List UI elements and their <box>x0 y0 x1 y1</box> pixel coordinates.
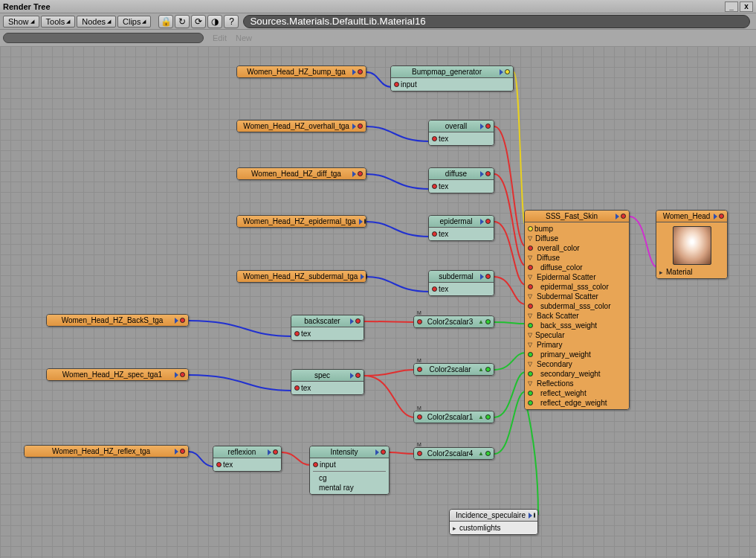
in-port-secondary-weight[interactable] <box>528 371 533 376</box>
out-port[interactable] <box>358 171 363 176</box>
close-button[interactable]: x <box>740 1 753 12</box>
node-color2scalar[interactable]: M Color2scalar▲ <box>413 363 494 376</box>
collapse-icon[interactable]: ▽ <box>528 255 532 261</box>
menu-clips[interactable]: Clips◢ <box>117 16 151 28</box>
in-port[interactable] <box>417 414 422 420</box>
in-port-reflect-weight[interactable] <box>528 391 533 396</box>
edit-button[interactable]: Edit <box>208 33 231 43</box>
node-color2scalar3[interactable]: M Color2scalar3▲ <box>413 315 494 328</box>
sphere-icon[interactable]: ◑ <box>207 15 222 28</box>
collapse-icon[interactable]: ▽ <box>528 381 532 387</box>
in-port-epidermal-sss-color[interactable] <box>528 284 533 289</box>
node-tex-subdermal[interactable]: Women_Head_HZ_subdermal_tga <box>236 270 366 283</box>
out-port[interactable] <box>381 449 386 455</box>
in-port-subdermal-sss-color[interactable] <box>528 304 533 309</box>
in-port[interactable] <box>417 319 422 324</box>
in-port[interactable] <box>216 462 222 467</box>
node-backscater[interactable]: backscater tex <box>291 315 364 341</box>
in-port-reflect-edge-weight[interactable] <box>528 400 533 405</box>
in-port-back-sss-weight[interactable] <box>528 323 533 328</box>
out-port[interactable] <box>505 69 510 74</box>
out-port[interactable] <box>364 219 366 224</box>
node-tex-backs[interactable]: Women_Head_HZ_BackS_tga <box>46 314 189 327</box>
in-port-bump[interactable] <box>528 226 533 231</box>
node-material[interactable]: Women_Head ▸Material <box>656 210 728 279</box>
node-graph-canvas[interactable]: Women_Head_HZ_bump_tga Women_Head_HZ_ove… <box>0 46 756 558</box>
node-color2scalar4[interactable]: M Color2scalar4▲ <box>413 447 494 460</box>
minimize-button[interactable]: _ <box>725 1 738 12</box>
recycle-icon[interactable]: ⟳ <box>191 15 206 28</box>
node-color2scalar1[interactable]: M Color2scalar1▲ <box>413 411 494 423</box>
node-tex-epidermal[interactable]: Women_Head_HZ_epidermal_tga <box>236 215 366 228</box>
node-epidermal[interactable]: epidermal tex <box>428 215 494 241</box>
out-port[interactable] <box>180 449 185 454</box>
node-bumpmap-generator[interactable]: Bumpmap_generator input <box>390 65 514 92</box>
out-port[interactable] <box>534 513 535 518</box>
node-tex-diff[interactable]: Women_Head_HZ_diff_tga <box>236 167 366 180</box>
in-port[interactable] <box>432 184 437 189</box>
node-tex-overhall[interactable]: Women_Head_HZ_overhall_tga <box>236 120 366 132</box>
in-port[interactable] <box>313 462 318 467</box>
node-reflexion[interactable]: reflexion tex <box>213 446 282 472</box>
node-diffuse[interactable]: diffuse tex <box>428 167 494 193</box>
in-port-primary-weight[interactable] <box>528 352 533 357</box>
collapse-icon[interactable]: ▽ <box>528 333 532 339</box>
in-port[interactable] <box>294 331 300 336</box>
node-tex-bump[interactable]: Women_Head_HZ_bump_tga <box>236 65 366 78</box>
out-port[interactable] <box>485 124 491 129</box>
in-port[interactable] <box>432 231 437 237</box>
collapse-icon[interactable]: ▽ <box>528 362 532 368</box>
in-port-overall-color[interactable] <box>528 246 533 251</box>
collapse-icon[interactable]: ▽ <box>528 342 532 348</box>
node-incidence-speculaire[interactable]: Incidence_speculaire ▸customlights <box>449 509 538 535</box>
node-spec[interactable]: spec tex <box>291 369 364 395</box>
node-tex-reflex[interactable]: Women_Head_HZ_reflex_tga <box>24 445 189 458</box>
node-tex-spec[interactable]: Women_Head_HZ_spec_tga1 <box>46 368 189 381</box>
out-port[interactable] <box>355 318 361 324</box>
lock-icon[interactable]: 🔒 <box>158 15 173 28</box>
collapse-icon[interactable]: ▽ <box>528 313 532 319</box>
collapse-icon[interactable]: ▽ <box>528 275 532 280</box>
help-icon[interactable]: ? <box>224 15 239 28</box>
out-port[interactable] <box>358 69 363 74</box>
m-marker: M <box>417 358 421 363</box>
in-port[interactable] <box>432 286 437 292</box>
in-port[interactable] <box>394 82 399 87</box>
out-port[interactable] <box>355 373 361 378</box>
in-port-diffuse-color[interactable] <box>528 265 533 270</box>
path-field[interactable] <box>243 15 750 28</box>
in-port[interactable] <box>417 451 422 456</box>
node-sss-fast-skin[interactable]: SSS_Fast_Skin bump ▽Diffuse overall_colo… <box>524 210 630 410</box>
new-button[interactable]: New <box>231 33 256 43</box>
collapse-icon[interactable]: ▽ <box>528 236 532 242</box>
expand-icon[interactable]: ▸ <box>453 525 456 532</box>
out-port[interactable] <box>485 451 491 456</box>
in-port[interactable] <box>417 367 422 372</box>
node-subdermal[interactable]: subdermal tex <box>428 270 494 296</box>
slider[interactable] <box>3 33 204 43</box>
out-port[interactable] <box>358 124 363 129</box>
out-port[interactable] <box>719 214 724 219</box>
refresh-icon[interactable]: ↻ <box>175 15 190 28</box>
menu-nodes[interactable]: Nodes◢ <box>77 16 116 28</box>
node-overall[interactable]: overall tex <box>428 120 494 146</box>
out-port[interactable] <box>180 318 185 323</box>
out-port[interactable] <box>485 414 491 420</box>
out-port[interactable] <box>485 367 491 372</box>
out-port[interactable] <box>273 449 278 455</box>
in-port[interactable] <box>432 136 437 141</box>
menu-show[interactable]: Show◢ <box>3 16 39 28</box>
collapse-icon[interactable]: ▽ <box>528 294 532 300</box>
out-port[interactable] <box>485 171 491 176</box>
node-intensity[interactable]: Intensity input cg mental ray <box>309 446 390 495</box>
out-port[interactable] <box>485 319 491 324</box>
expand-icon[interactable]: ▸ <box>659 269 663 276</box>
out-port[interactable] <box>485 219 491 224</box>
titlebar: Render Tree _ x <box>0 0 756 13</box>
out-port[interactable] <box>180 372 185 377</box>
out-port[interactable] <box>485 274 491 279</box>
out-port[interactable] <box>621 214 626 219</box>
menu-tools[interactable]: Tools◢ <box>41 16 76 28</box>
in-port[interactable] <box>294 385 300 391</box>
out-port[interactable] <box>366 274 367 279</box>
